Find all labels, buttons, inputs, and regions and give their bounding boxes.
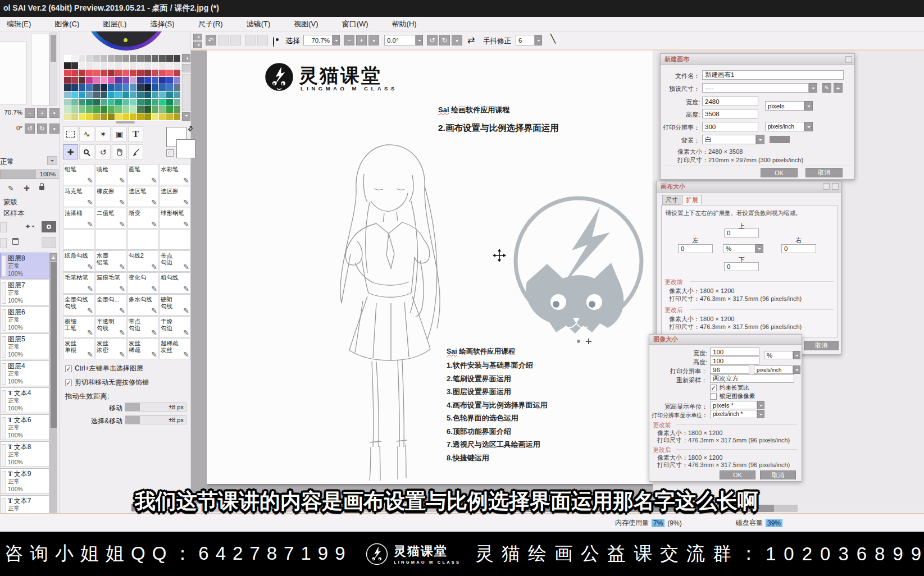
color-swatch[interactable] [159,99,166,106]
color-swatch[interactable] [144,106,151,113]
color-swatch[interactable] [159,106,166,113]
color-swatch[interactable] [86,77,93,84]
brush-cell[interactable]: 铅笔✎ [63,164,94,185]
color-swatch[interactable] [115,62,122,69]
color-swatch[interactable] [122,106,129,113]
layer-item[interactable]: 图层4正常100% [0,360,49,386]
resolution-input[interactable]: 300 [702,122,758,131]
color-swatch[interactable] [93,84,100,91]
color-swatch[interactable] [152,92,158,98]
color-swatch[interactable] [166,62,173,69]
color-swatch[interactable] [130,99,136,106]
lasso-tool[interactable]: ∿ [79,126,94,141]
clipped-icon[interactable] [0,222,7,232]
color-swatch[interactable] [64,99,71,106]
color-swatch[interactable] [115,99,122,106]
color-swatch[interactable] [174,99,180,106]
color-swatch[interactable] [108,84,115,91]
color-swatch[interactable] [137,84,144,91]
color-swatch[interactable] [79,70,85,76]
move-distance-slider[interactable]: ±8 px [125,403,186,412]
layer-item[interactable]: 图层8正常100% [0,253,49,278]
close-icon[interactable] [845,56,852,63]
color-swatch[interactable] [137,106,144,113]
color-swatch[interactable] [93,99,100,106]
unit-display-select[interactable]: pixels * [710,401,757,409]
zoom-dropdown-icon[interactable] [333,35,340,45]
color-swatch[interactable] [166,99,173,106]
brush-cell[interactable]: 毛笔枯笔✎ [63,272,94,294]
color-swatch[interactable] [108,77,115,84]
zoom-in-button[interactable]: + [356,35,367,45]
menu-item[interactable]: 编辑(E) [7,19,31,29]
canvas-size-dialog-title[interactable]: 画布大小 [657,181,841,193]
color-swatch[interactable] [86,84,93,91]
layer-item[interactable]: T 文本4正常100% [0,387,49,413]
color-swatch[interactable] [101,99,107,106]
stabilizer-dropdown-icon[interactable] [535,35,542,45]
color-swatch[interactable] [122,55,129,62]
dpi-display-dropdown-icon[interactable] [757,410,764,418]
resample-select[interactable]: 两次立方 [710,374,794,383]
color-swatch[interactable] [64,84,71,91]
ctrl-select-layer-checkbox[interactable]: ✓Ctrl+左键单击选择图层 [65,364,143,373]
color-swatch[interactable] [93,113,100,120]
layer-item[interactable]: T 文本7正常100% [0,495,49,513]
blend-mode-select[interactable]: 正常 [0,157,45,167]
brush-cell[interactable]: 发丝 稀疏✎ [127,338,158,359]
add-mask-button[interactable] [42,221,56,232]
tab-expand[interactable]: 扩展 [682,195,702,205]
color-swatch[interactable] [79,99,85,106]
menu-item[interactable]: 视图(V) [294,19,318,29]
swatch-button2[interactable] [182,64,190,72]
height-input[interactable]: 100 [710,356,759,365]
nav-zoom-in-button[interactable]: + [37,108,47,118]
angle-dropdown-icon[interactable] [416,35,423,45]
color-swatch[interactable] [166,77,173,84]
ok-button[interactable]: OK [761,168,798,177]
lock-icon[interactable] [39,183,44,190]
color-swatch[interactable] [174,106,180,113]
brush-cell[interactable]: 变化勾✎ [127,272,158,294]
blend-mode-dropdown-icon[interactable] [47,156,57,165]
brush-cell[interactable]: 球形钢笔✎ [159,208,190,229]
brush-cell[interactable]: 干燥 勾边✎ [159,316,190,337]
color-swatch[interactable] [137,55,144,62]
color-swatch[interactable] [101,77,107,84]
duplicate-layer-icon-disabled[interactable] [42,237,56,248]
color-swatch[interactable] [93,55,100,62]
color-swatch[interactable] [174,62,180,69]
resolution-unit-dropdown-icon[interactable] [804,122,813,131]
color-swatch[interactable] [93,106,100,113]
color-swatch[interactable] [166,113,173,120]
unit-dropdown-icon[interactable] [793,351,800,359]
zoom-value-field[interactable]: 70.7% [303,35,333,45]
color-swatch[interactable] [137,113,144,120]
undo-button[interactable]: ↶ [206,35,216,45]
color-swatch[interactable] [101,62,107,69]
color-swatch[interactable] [166,106,173,113]
color-swatch[interactable] [166,92,173,98]
nav-zoom-reset-button[interactable]: ▪ [49,108,60,118]
panel-drag-handle[interactable] [116,121,135,124]
color-swatch[interactable] [79,77,85,84]
brush-cell[interactable]: 选区擦✎ [159,186,190,207]
color-swatch[interactable] [159,92,166,98]
color-swatch[interactable] [108,113,115,120]
brush-cell[interactable]: 马克笔✎ [63,186,94,207]
color-swatch[interactable] [64,113,71,120]
layer-item[interactable]: T 文本8正常100% [0,441,49,467]
selection-stamp-tool[interactable]: ▣ [112,126,127,141]
color-swatch[interactable] [101,92,107,98]
color-swatch[interactable] [137,99,144,106]
new-canvas-dialog[interactable]: 新建画布 文件名： 新建画布1 预设尺寸： ---- ✎ + 宽度: 2480 … [660,53,855,180]
color-swatch[interactable] [159,77,166,84]
color-swatch[interactable] [71,106,78,113]
color-swatch[interactable] [108,99,115,106]
size-unit-select[interactable]: pixels [765,101,804,111]
stabilizer-value-field[interactable]: 6 [516,35,535,45]
color-swatch[interactable] [130,84,136,91]
brush-cell[interactable]: 水墨 铅笔✎ [95,250,126,272]
color-swatch[interactable] [115,84,122,91]
brush-cell[interactable]: 油漆桶✎ [63,208,94,229]
